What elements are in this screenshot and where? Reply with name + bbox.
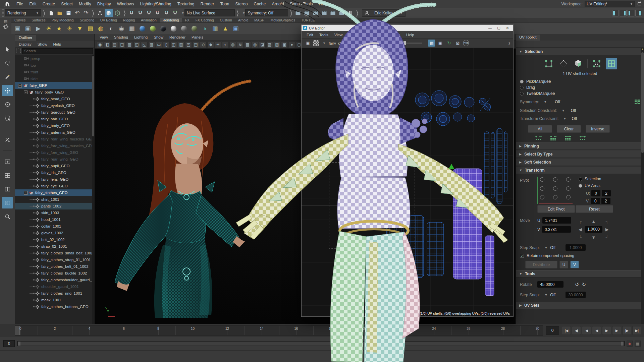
safe-title-icon[interactable]: ◳ [193,41,199,48]
edit-pivot-button[interactable]: Edit Pivot [537,205,575,213]
section-collapse-chevron[interactable]: ❭ [91,9,95,16]
section-collapse-chevron[interactable]: ❭ [236,9,239,16]
multisample-icon[interactable]: ▩ [244,41,251,48]
outliner-item-belt-02-1002[interactable]: belt_02_1002 [15,236,94,243]
outliner-item-fairy-iris-geo[interactable]: fairy_iris_GEO [15,169,94,176]
select-loop-icon[interactable] [579,135,586,141]
shelf-arnold-renderview-icon[interactable]: ▣ [231,24,240,33]
step-back-frame-button[interactable]: ◀ [582,326,591,335]
uv-area-v-min[interactable]: 0 [591,198,600,204]
2d-pan-zoom-icon[interactable]: ◱ [133,41,140,48]
select-hierarchy-icon[interactable] [96,9,104,17]
image-plane-icon[interactable]: ▦ [126,41,133,48]
shelf-tab-arnold[interactable]: Arnold [235,18,251,22]
outliner-item-shoulder-gaurd-1001[interactable]: shoulder_gaurd_1001 [15,283,94,290]
menu-stereo[interactable]: Stereo [232,0,251,8]
light-editor-icon[interactable] [337,9,346,17]
snap-point-icon[interactable] [145,9,153,17]
outliner-item-fairy-rear-wing-geo[interactable]: fairy_rear_wing_GEO [15,156,94,163]
layout-outliner-persp[interactable] [2,197,13,208]
menu-bonus-tools[interactable]: Bonus Tools [287,0,316,8]
shelf-tab-poly-modeling[interactable]: Poly Modeling [49,18,77,22]
shelf-menu-icon[interactable]: ▤ [4,19,7,23]
chevron-down-icon[interactable]: ▼ [564,117,567,120]
outliner-item-side[interactable]: side [15,75,94,82]
menu-toon[interactable]: Toon [217,0,232,8]
make-live-icon[interactable] [171,9,179,17]
pivot-position-radio[interactable] [553,195,557,199]
all-button[interactable]: All [528,125,552,133]
chevron-down-icon[interactable]: ▼ [562,109,565,112]
xray-icon[interactable]: ▨ [266,41,273,48]
resolution-gate-icon[interactable]: ▯ [163,41,170,48]
mode-pick-marquee[interactable]: Pick/Marquee [516,78,644,84]
layout-two-pane[interactable] [2,183,13,195]
select-face-icon[interactable] [573,58,584,69]
uv-canvas[interactable]: (1/0) UV shells, (0/0) overlapping UVs, … [302,48,513,316]
chevron-down-icon[interactable]: ▼ [544,246,547,249]
refresh-icon[interactable]: ↻ [445,40,452,47]
lock-camera-icon[interactable]: ◧ [104,41,111,48]
move-left-button[interactable]: ◀ [579,227,582,232]
shelf-hypershade-icon[interactable]: ◑ [200,24,209,33]
shadows-icon[interactable]: ◐ [222,41,229,48]
uv-editor-titlebar[interactable]: UV Editor —▢✕ [302,25,513,31]
outliner-item-persp[interactable]: persp [15,55,94,62]
go-to-start-button[interactable]: |◀ [562,326,571,335]
image-display-toggle-icon[interactable]: ▣ [381,40,388,47]
section-uv-sets[interactable]: ▶ UV Sets [516,302,644,309]
rotate-tool[interactable] [2,99,13,110]
outliner-item-strap-02-1001[interactable]: strap_02_1001 [15,243,94,250]
expander-icon[interactable]: − [18,84,22,87]
isolate-select-icon[interactable]: ◪ [259,41,266,48]
outliner-item-fairy-fore-wing-muscles-geo[interactable]: fairy_fore_wing_muscles_GEO [15,142,94,149]
expander-icon[interactable]: − [24,90,28,94]
distribute-button[interactable]: Distribute [525,261,557,268]
outliner-item-fairy-clothes-small-belt-1002[interactable]: fairy_clothes_small_belt_1002 [15,250,94,256]
outliner-item-gloves-1002[interactable]: gloves_1002 [15,230,94,236]
grid-toggle-icon[interactable]: ▦ [148,41,155,48]
auto-keyframe-icon[interactable]: ◆ [627,341,633,347]
step-forward-frame-button[interactable]: ▶ [612,326,621,335]
play-forward-button[interactable]: ▶ [602,326,611,335]
distribute-v-button[interactable]: V [570,261,579,268]
menu-lighting-shading[interactable]: Lighting/Shading [137,0,174,8]
menu-edit[interactable]: Edit [26,0,40,8]
menu-cache[interactable]: Cache [251,0,269,8]
shelf-tab-motiongraphics[interactable]: MotionGraphics [267,18,298,22]
shelf-ambient-light-icon[interactable]: ☀ [44,24,53,33]
minimize-button[interactable]: — [486,25,494,31]
shelf-surface-shader-ball-icon[interactable] [179,24,189,33]
outliner-item-fairy-eyelash-geo[interactable]: fairy_eyelash_GEO [15,102,94,109]
shelf-volume-light-icon[interactable]: ◍ [96,24,105,33]
shelf-ipr-render-icon[interactable]: ▣ [23,24,33,33]
outliner-item-fairy-clothes-geo[interactable]: −fairy_clothes_GEO [15,189,94,196]
clear-button[interactable]: Clear [557,125,581,133]
rotate-ccw-button[interactable]: ↺ [575,282,579,288]
pivot-selection-radio[interactable] [579,177,582,181]
transform-constraint-value[interactable]: Off [572,116,577,121]
lighting-all-icon[interactable]: ☀ [215,41,221,48]
select-tool[interactable] [2,44,13,55]
uv-editor-menu-help[interactable]: Help [403,33,417,37]
rotate-angle-field[interactable]: 45.0000 [537,281,564,288]
pause-viewport-icon[interactable] [346,9,354,17]
uv-editor-menu-edit[interactable]: Edit [304,33,316,37]
shelf-directional-light-icon[interactable]: ★ [54,24,64,33]
outliner-item-fairy-rear-wing-muscles-geo[interactable]: fairy_rear_wing_muscles_GEO [15,136,94,142]
shelf-render-settings-icon[interactable]: ▥ [210,24,220,33]
outliner-item-front[interactable]: front [15,69,94,75]
outliner-item-fairy-tearduct-geo[interactable]: fairy_tearduct_GEO [15,109,94,116]
pivot-position-radio[interactable] [566,195,571,199]
chevron-down-icon[interactable]: ▼ [181,11,184,15]
outliner-item-fairy-eye-geo[interactable]: fairy_eye_GEO [15,183,94,189]
textured-icon[interactable]: ▣ [281,41,288,48]
shelf-tab-fx-caching[interactable]: FX Caching [193,18,217,22]
menu-create[interactable]: Create [40,0,58,8]
undo-icon[interactable]: ↶ [73,9,82,17]
drag-grip[interactable] [2,9,4,17]
select-vertex-icon[interactable] [543,58,554,69]
outliner-scrollbar[interactable] [92,55,94,324]
section-transform[interactable]: ▼ Transform [516,167,644,174]
outliner-item-fairy-clothes-belt-01-1002[interactable]: fairy_clothes_belt_01_1002 [15,263,94,270]
